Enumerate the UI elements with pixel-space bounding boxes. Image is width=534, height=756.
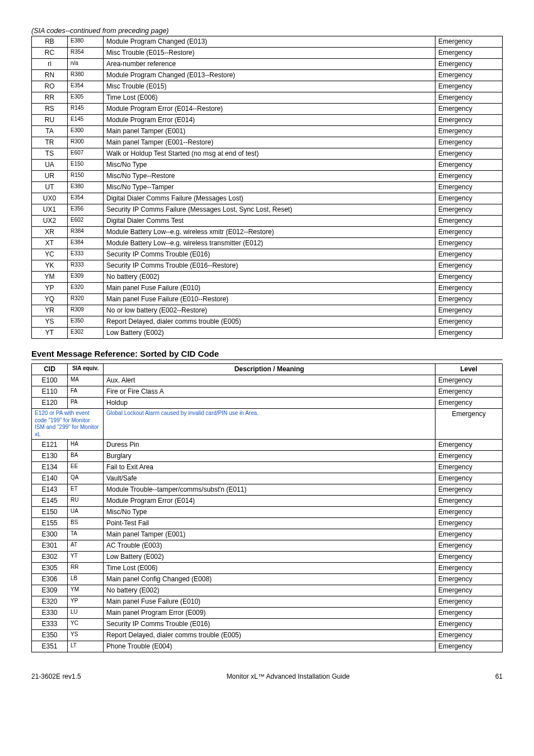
table-cell: E305	[32, 563, 68, 574]
table-cell: XT	[32, 238, 68, 249]
table-cell: Misc/No Type--Tamper	[104, 182, 435, 193]
table-cell: Module Battery Low--e.g. wireless xmitr …	[104, 227, 435, 238]
table-cell: Emergency	[435, 249, 503, 260]
table-cell: E356	[68, 204, 104, 216]
table-row: UX2E602Digital Dialer Comms TestEmergenc…	[32, 216, 503, 227]
table-cell: UX2	[32, 216, 68, 227]
table-row: E301ATAC Trouble (E003)Emergency	[32, 540, 503, 552]
cid-header-cid: CID	[32, 364, 68, 375]
table-cell: Emergency	[435, 305, 503, 316]
table-cell: Emergency	[435, 126, 503, 137]
table-cell: Emergency	[435, 283, 503, 294]
table-cell: TR	[32, 137, 68, 148]
table-row: YPE320Main panel Fuse Failure (E010)Emer…	[32, 283, 503, 294]
table-cell: E309	[32, 585, 68, 596]
table-cell: Emergency	[435, 115, 503, 126]
table-cell: E380	[68, 182, 104, 193]
table-cell: EE	[68, 462, 104, 473]
table-cell: Emergency	[435, 316, 503, 328]
table-cell: E354	[68, 81, 104, 92]
table-cell: Emergency	[435, 92, 503, 104]
table-cell: E143	[32, 484, 68, 496]
table-cell: E140	[32, 473, 68, 484]
table-row: RCR354Misc Trouble (E015--Restore)Emerge…	[32, 48, 503, 59]
table-cell: E120	[32, 398, 68, 409]
table-cell: n/a	[68, 59, 104, 70]
page-footer: 21-3602E rev1.5 Monitor xL™ Advanced Ins…	[31, 673, 503, 680]
table-cell: YT	[32, 328, 68, 339]
table-cell: Walk or Holdup Test Started (no msg at e…	[104, 148, 435, 160]
table-cell: Digital Dialer Comms Failure (Messages L…	[104, 193, 435, 204]
table-row: rin/aArea-number referenceEmergency	[32, 59, 503, 70]
table-cell: Vault/Safe	[104, 473, 435, 484]
table-row: YME309No battery (E002)Emergency	[32, 272, 503, 283]
table-cell: Emergency	[435, 104, 503, 115]
table-cell: RB	[32, 36, 68, 48]
table-cell: Fail to Exit Area	[104, 462, 435, 473]
table-cell: LT	[68, 641, 104, 652]
table-cell: Emergency	[435, 171, 503, 182]
cid-note-level: Emergency	[435, 409, 503, 440]
table-cell: Emergency	[435, 182, 503, 193]
table-cell: RU	[32, 115, 68, 126]
table-cell: Emergency	[435, 529, 503, 540]
table-cell: Module Program Changed (E013--Restore)	[104, 70, 435, 81]
table-row: E110FAFire or Fire Class AEmergency	[32, 386, 503, 398]
table-cell: E306	[32, 574, 68, 585]
table-cell: YS	[32, 316, 68, 328]
table-cell: Emergency	[435, 563, 503, 574]
table-cell: Module Program Error (E014--Restore)	[104, 104, 435, 115]
cid-header-row: CID SIA equiv. Description / Meaning Lev…	[32, 364, 503, 375]
table-row: TSE607Walk or Holdup Test Started (no ms…	[32, 148, 503, 160]
table-cell: Emergency	[435, 596, 503, 608]
table-cell: Emergency	[435, 630, 503, 641]
table-row: RBE380Module Program Changed (E013)Emerg…	[32, 36, 503, 48]
table-cell: Emergency	[435, 398, 503, 409]
table-row: TRR300Main panel Tamper (E001--Restore)E…	[32, 137, 503, 148]
table-cell: E302	[68, 328, 104, 339]
table-cell: Module Trouble--tamper/comms/subst'n (E0…	[104, 484, 435, 496]
table-row: E306LBMain panel Config Changed (E008)Em…	[32, 574, 503, 585]
table-row: URR150Misc/No Type--RestoreEmergency	[32, 171, 503, 182]
table-cell: Emergency	[435, 619, 503, 630]
table-cell: Time Lost (E006)	[104, 92, 435, 104]
table-row: E134EEFail to Exit AreaEmergency	[32, 462, 503, 473]
table-cell: Area-number reference	[104, 59, 435, 70]
table-cell: UA	[32, 160, 68, 171]
table-cell: Emergency	[435, 484, 503, 496]
table-cell: Module Program Changed (E013)	[104, 36, 435, 48]
table-cell: Emergency	[435, 540, 503, 552]
table-cell: LB	[68, 574, 104, 585]
cid-header-desc: Description / Meaning	[104, 364, 435, 375]
table-row: YQR320Main panel Fuse Failure (E010--Res…	[32, 294, 503, 305]
table-cell: TA	[32, 126, 68, 137]
table-cell: Time Lost (E006)	[104, 563, 435, 574]
table-cell: BA	[68, 451, 104, 462]
table-row: XTE384Module Battery Low--e.g. wireless …	[32, 238, 503, 249]
table-cell: Emergency	[435, 148, 503, 160]
table-cell: E121	[32, 440, 68, 451]
table-cell: E333	[68, 249, 104, 260]
table-cell: YR	[32, 305, 68, 316]
table-cell: E305	[68, 92, 104, 104]
table-row: E302YTLow Battery (E002)Emergency	[32, 552, 503, 563]
table-cell: Main panel Tamper (E001--Restore)	[104, 137, 435, 148]
table-cell: Emergency	[435, 81, 503, 92]
table-cell: RS	[32, 104, 68, 115]
table-row: UAE150Misc/No TypeEmergency	[32, 160, 503, 171]
table-cell: YP	[32, 283, 68, 294]
table-cell: Main panel Tamper (E001)	[104, 126, 435, 137]
table-cell: Emergency	[435, 386, 503, 398]
table-cell: YP	[68, 596, 104, 608]
table-cell: RO	[32, 81, 68, 92]
table-cell: AC Trouble (E003)	[104, 540, 435, 552]
table-cell: E110	[32, 386, 68, 398]
table-cell: R320	[68, 294, 104, 305]
table-cell: Low Battery (E002)	[104, 328, 435, 339]
table-cell: E302	[32, 552, 68, 563]
table-row: TAE300Main panel Tamper (E001)Emergency	[32, 126, 503, 137]
table-row: UTE380Misc/No Type--TamperEmergency	[32, 182, 503, 193]
table-cell: Duress Pin	[104, 440, 435, 451]
table-cell: E320	[32, 596, 68, 608]
table-cell: E145	[68, 115, 104, 126]
